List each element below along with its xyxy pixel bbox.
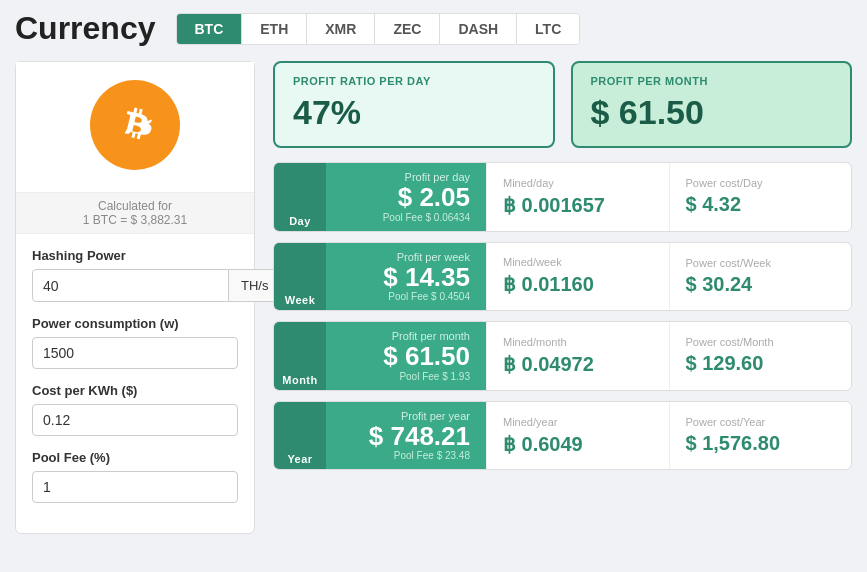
profit-ratio-card: PROFIT RATIO PER DAY 47% — [273, 61, 555, 148]
right-panel: PROFIT RATIO PER DAY 47% PROFIT PER MONT… — [273, 61, 852, 534]
pool-fee-week: Pool Fee $ 0.4504 — [342, 291, 470, 302]
data-row-year: Year Profit per year $ 748.21 Pool Fee $… — [273, 401, 852, 471]
data-rows-container: Day Profit per day $ 2.05 Pool Fee $ 0.0… — [273, 162, 852, 470]
ratio-label: PROFIT RATIO PER DAY — [293, 75, 535, 87]
tab-zec[interactable]: ZEC — [375, 14, 440, 44]
profit-value-year: $ 748.21 — [342, 422, 470, 451]
tab-xmr[interactable]: XMR — [307, 14, 375, 44]
profit-section-week: Profit per week $ 14.35 Pool Fee $ 0.450… — [326, 243, 486, 311]
cost-per-kwh-input[interactable] — [32, 404, 238, 436]
cost-per-kwh-label: Cost per KWh ($) — [32, 383, 238, 398]
hashing-power-input[interactable] — [32, 269, 229, 302]
header: Currency BTCETHXMRZECDASHLTC — [15, 10, 852, 47]
mined-value-year: ฿ 0.6049 — [503, 432, 653, 456]
power-cell-day: Power cost/Day $ 4.32 — [669, 163, 852, 231]
coin-logo-area — [16, 62, 254, 192]
mined-label-month: Mined/month — [503, 336, 653, 348]
mined-label-week: Mined/week — [503, 256, 653, 268]
stats-section-day: Mined/day ฿ 0.001657 Power cost/Day $ 4.… — [486, 163, 851, 231]
data-row-week: Week Profit per week $ 14.35 Pool Fee $ … — [273, 242, 852, 312]
power-label-month: Power cost/Month — [686, 336, 836, 348]
power-value-year: $ 1,576.80 — [686, 432, 836, 455]
power-value-day: $ 4.32 — [686, 193, 836, 216]
tab-dash[interactable]: DASH — [440, 14, 517, 44]
pool-fee-input[interactable] — [32, 471, 238, 503]
ratio-value: 47% — [293, 93, 535, 132]
data-row-month: Month Profit per month $ 61.50 Pool Fee … — [273, 321, 852, 391]
pool-fee-day: Pool Fee $ 0.06434 — [342, 212, 470, 223]
page: Currency BTCETHXMRZECDASHLTC Calculated … — [0, 0, 867, 572]
mined-cell-month: Mined/month ฿ 0.04972 — [486, 322, 669, 390]
left-panel: Calculated for 1 BTC = $ 3,882.31 Hashin… — [15, 61, 255, 534]
profit-section-month: Profit per month $ 61.50 Pool Fee $ 1.93 — [326, 322, 486, 390]
mined-cell-day: Mined/day ฿ 0.001657 — [486, 163, 669, 231]
mined-label-day: Mined/day — [503, 177, 653, 189]
power-consumption-label: Power consumption (w) — [32, 316, 238, 331]
coin-logo — [90, 80, 180, 170]
period-label-week: Week — [274, 243, 326, 311]
mined-value-month: ฿ 0.04972 — [503, 352, 653, 376]
power-value-month: $ 129.60 — [686, 352, 836, 375]
power-cell-year: Power cost/Year $ 1,576.80 — [669, 402, 852, 470]
mined-cell-week: Mined/week ฿ 0.01160 — [486, 243, 669, 311]
profit-value-week: $ 14.35 — [342, 263, 470, 292]
profit-title-week: Profit per week — [342, 251, 470, 263]
power-label-day: Power cost/Day — [686, 177, 836, 189]
mined-label-year: Mined/year — [503, 416, 653, 428]
power-cell-week: Power cost/Week $ 30.24 — [669, 243, 852, 311]
mined-cell-year: Mined/year ฿ 0.6049 — [486, 402, 669, 470]
profit-month-card: PROFIT PER MONTH $ 61.50 — [571, 61, 853, 148]
main-content: Calculated for 1 BTC = $ 3,882.31 Hashin… — [15, 61, 852, 534]
period-label-month: Month — [274, 322, 326, 390]
power-value-week: $ 30.24 — [686, 273, 836, 296]
profit-value-day: $ 2.05 — [342, 183, 470, 212]
power-label-year: Power cost/Year — [686, 416, 836, 428]
tab-eth[interactable]: ETH — [242, 14, 307, 44]
tab-bar: BTCETHXMRZECDASHLTC — [176, 13, 581, 45]
page-title: Currency — [15, 10, 156, 47]
tab-btc[interactable]: BTC — [177, 14, 243, 44]
form-section: Hashing Power TH/s GH/s MH/s KH/s Power … — [16, 234, 254, 517]
profit-value-month: $ 61.50 — [342, 342, 470, 371]
tab-ltc[interactable]: LTC — [517, 14, 579, 44]
mined-value-week: ฿ 0.01160 — [503, 272, 653, 296]
period-label-year: Year — [274, 402, 326, 470]
profit-section-day: Profit per day $ 2.05 Pool Fee $ 0.06434 — [326, 163, 486, 231]
profit-title-year: Profit per year — [342, 410, 470, 422]
pool-fee-month: Pool Fee $ 1.93 — [342, 371, 470, 382]
summary-cards: PROFIT RATIO PER DAY 47% PROFIT PER MONT… — [273, 61, 852, 148]
hashing-power-label: Hashing Power — [32, 248, 238, 263]
power-consumption-input[interactable] — [32, 337, 238, 369]
hashing-power-row: TH/s GH/s MH/s KH/s — [32, 269, 238, 302]
pool-fee-year: Pool Fee $ 23.48 — [342, 450, 470, 461]
power-cell-month: Power cost/Month $ 129.60 — [669, 322, 852, 390]
pool-fee-label: Pool Fee (%) — [32, 450, 238, 465]
calc-for: Calculated for 1 BTC = $ 3,882.31 — [16, 192, 254, 234]
stats-section-week: Mined/week ฿ 0.01160 Power cost/Week $ 3… — [486, 243, 851, 311]
data-row-day: Day Profit per day $ 2.05 Pool Fee $ 0.0… — [273, 162, 852, 232]
power-label-week: Power cost/Week — [686, 257, 836, 269]
mined-value-day: ฿ 0.001657 — [503, 193, 653, 217]
profit-section-year: Profit per year $ 748.21 Pool Fee $ 23.4… — [326, 402, 486, 470]
period-label-day: Day — [274, 163, 326, 231]
btc-icon — [107, 97, 163, 153]
month-value: $ 61.50 — [591, 93, 833, 132]
month-label: PROFIT PER MONTH — [591, 75, 833, 87]
stats-section-year: Mined/year ฿ 0.6049 Power cost/Year $ 1,… — [486, 402, 851, 470]
stats-section-month: Mined/month ฿ 0.04972 Power cost/Month $… — [486, 322, 851, 390]
